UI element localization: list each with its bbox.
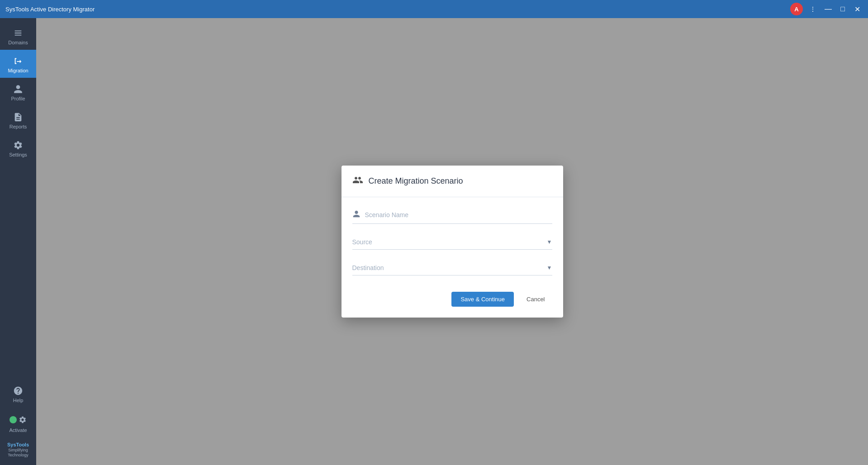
app-title: SysTools Active Directory Migrator — [5, 6, 95, 13]
settings-icon — [13, 140, 23, 150]
dialog-header: Create Migration Scenario — [342, 166, 563, 197]
sidebar-item-activate-label: Activate — [9, 427, 27, 433]
main-content: Create Migration Scenario — [36, 18, 868, 465]
app-body: Domains Migration Profile Reports — [0, 18, 868, 465]
sidebar-item-activate[interactable]: Activate — [0, 408, 36, 437]
scenario-name-field[interactable] — [352, 210, 552, 224]
destination-dropdown-arrow: ▼ — [547, 265, 552, 271]
dialog-footer: Save & Continue Cancel — [342, 285, 563, 318]
activate-icons-row — [9, 414, 27, 426]
sidebar-item-migration-label: Migration — [8, 68, 28, 73]
destination-dropdown[interactable]: Destination ▼ — [352, 264, 552, 275]
user-avatar[interactable]: A — [790, 3, 803, 15]
reports-icon — [13, 112, 23, 122]
sidebar-item-settings[interactable]: Settings — [0, 134, 36, 162]
maximize-button[interactable]: □ — [837, 4, 848, 14]
save-continue-button[interactable]: Save & Continue — [451, 292, 514, 307]
help-icon — [13, 386, 23, 396]
sidebar-item-reports[interactable]: Reports — [0, 106, 36, 134]
domains-icon — [13, 28, 23, 38]
dialog-title: Create Migration Scenario — [369, 176, 463, 186]
sidebar-item-reports-label: Reports — [9, 124, 27, 129]
create-migration-dialog: Create Migration Scenario — [342, 166, 563, 318]
systools-logo: SysTools Simplifying Technology — [0, 437, 36, 460]
sidebar-item-migration[interactable]: Migration — [0, 50, 36, 78]
migration-icon — [13, 56, 23, 66]
sidebar-item-profile[interactable]: Profile — [0, 78, 36, 106]
title-bar: SysTools Active Directory Migrator A ⋮ —… — [0, 0, 868, 18]
source-label: Source — [352, 238, 547, 246]
destination-label: Destination — [352, 264, 547, 271]
sidebar-item-profile-label: Profile — [11, 96, 25, 101]
scenario-name-icon — [352, 210, 360, 220]
activate-status-dot — [9, 416, 17, 423]
sidebar-item-domains-label: Domains — [8, 40, 28, 45]
sidebar-item-settings-label: Settings — [9, 152, 27, 157]
dialog-body: Source ▼ Destination ▼ — [342, 197, 563, 285]
sidebar-item-domains[interactable]: Domains — [0, 22, 36, 50]
activate-gear-icon — [19, 416, 27, 424]
close-button[interactable]: ✕ — [852, 4, 863, 14]
source-dropdown[interactable]: Source ▼ — [352, 238, 552, 250]
sidebar-item-help[interactable]: Help — [0, 380, 36, 408]
scenario-name-input[interactable] — [365, 211, 552, 218]
sidebar-item-help-label: Help — [13, 398, 24, 403]
sidebar: Domains Migration Profile Reports — [0, 18, 36, 465]
sidebar-bottom: Help Activate SysTools Simplifying Techn… — [0, 380, 36, 465]
dialog-header-icon — [352, 175, 363, 188]
minimize-button[interactable]: — — [823, 4, 834, 14]
more-options-button[interactable]: ⋮ — [806, 3, 819, 15]
profile-icon — [13, 84, 23, 94]
dialog-overlay: Create Migration Scenario — [36, 18, 868, 465]
source-dropdown-arrow: ▼ — [547, 239, 552, 245]
cancel-button[interactable]: Cancel — [519, 292, 552, 307]
